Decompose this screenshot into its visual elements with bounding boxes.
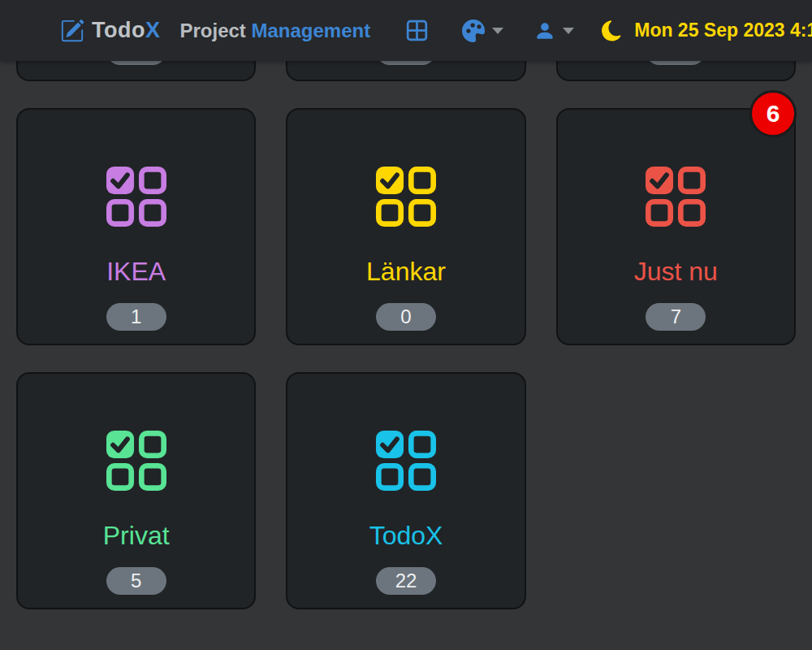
user-dropdown[interactable] [534,20,574,41]
card-todox[interactable]: TodoX 22 [286,372,525,609]
card-just-nu[interactable]: Just nu 7 6 [556,108,796,345]
moon-icon [600,16,628,44]
theme-dropdown[interactable] [462,20,503,42]
check-grid-icon [376,431,436,491]
theme-time-toggle[interactable]: Mon 25 Sep 2023 4:16:17 [602,19,812,42]
check-grid-icon [376,167,436,227]
person-icon [534,20,555,41]
card-lankar[interactable]: Länkar 0 [286,108,525,345]
card-label: Länkar [366,256,446,287]
page-title: Project Management [179,20,370,42]
grid-view-button[interactable] [406,20,428,41]
check-grid-icon [106,167,166,227]
brand[interactable]: TodoX [60,18,160,43]
card-privat[interactable]: Privat 5 [16,372,256,609]
card-label: Privat [103,520,170,551]
chevron-down-icon [563,28,574,34]
count-badge: 1 [106,303,166,331]
count-badge: 7 [646,303,706,331]
palette-icon [462,20,485,42]
pencil-square-icon [60,19,84,43]
card-label: TodoX [369,520,443,551]
chevron-down-icon [492,28,503,34]
navbar: TodoX Project Management Mon 25 Sep 2023… [0,0,812,61]
count-badge: 22 [376,567,436,595]
datetime-label: Mon 25 Sep 2023 4:16:17 [634,20,812,41]
count-badge: 0 [376,303,436,331]
card-ikea[interactable]: IKEA 1 [16,108,256,345]
brand-title: TodoX [92,18,160,43]
grid-icon [406,20,428,41]
project-grid: IKEA 1 Länkar 0 Just nu 7 6 [0,0,812,609]
check-grid-icon [646,167,706,227]
check-grid-icon [106,431,166,491]
card-label: Just nu [634,256,718,287]
notification-badge: 6 [749,90,797,137]
card-label: IKEA [106,256,166,287]
count-badge: 5 [106,567,166,595]
